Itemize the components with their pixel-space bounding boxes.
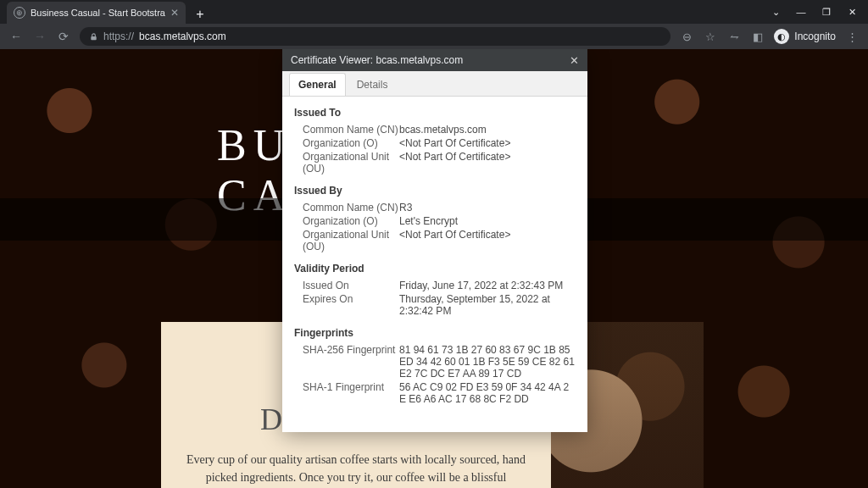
maximize-button[interactable]: ❐ xyxy=(815,3,837,20)
field-value: 56 AC C9 02 FD E3 59 0F 34 42 4A 2E E6 A… xyxy=(399,381,576,405)
cert-tabs: General Details xyxy=(282,71,587,97)
browser-window: ⊕ Business Casual - Start Bootstra ✕ + ⌄… xyxy=(0,0,868,488)
card-body: Every cup of our quality artisan coffee … xyxy=(185,451,527,488)
field-label: Issued On xyxy=(294,280,399,291)
close-window-button[interactable]: ✕ xyxy=(841,3,863,20)
field-value: Thursday, September 15, 2022 at 2:32:42 … xyxy=(399,293,576,317)
section-fingerprints: Fingerprints SHA-256 Fingerprint81 94 61… xyxy=(294,327,576,405)
address-bar[interactable]: https://bcas.metalvps.com xyxy=(80,27,670,46)
section-header: Validity Period xyxy=(294,263,576,274)
section-issued-by: Issued By Common Name (CN)R3 Organizatio… xyxy=(294,185,576,252)
panel-icon[interactable]: ◧ xyxy=(750,29,765,44)
browser-toolbar: ← → ⟳ https://bcas.metalvps.com ⊖ ☆ ⥊ ◧ … xyxy=(0,24,868,49)
section-issued-to: Issued To Common Name (CN)bcas.metalvps.… xyxy=(294,107,576,175)
cert-title: Certificate Viewer: bcas.metalvps.com xyxy=(291,54,463,66)
kebab-menu-icon[interactable]: ⋮ xyxy=(844,29,860,44)
field-value: Friday, June 17, 2022 at 2:32:43 PM xyxy=(399,280,576,291)
new-tab-button[interactable]: + xyxy=(191,5,209,24)
section-header: Issued To xyxy=(294,107,576,119)
field-label: Common Name (CN) xyxy=(294,202,399,214)
section-validity: Validity Period Issued OnFriday, June 17… xyxy=(294,263,576,317)
field-label: Common Name (CN) xyxy=(294,124,399,136)
field-label: Organizational Unit (OU) xyxy=(294,229,399,252)
chevron-down-icon[interactable]: ⌄ xyxy=(765,3,787,20)
minimize-button[interactable]: — xyxy=(790,3,812,20)
tab-strip: ⊕ Business Casual - Start Bootstra ✕ + ⌄… xyxy=(0,0,868,24)
field-label: Expires On xyxy=(294,293,399,317)
cert-body: Issued To Common Name (CN)bcas.metalvps.… xyxy=(282,97,587,432)
field-value: <Not Part Of Certificate> xyxy=(399,137,576,149)
back-button[interactable]: ← xyxy=(8,29,24,44)
field-label: Organization (O) xyxy=(294,215,399,227)
field-value: <Not Part Of Certificate> xyxy=(399,229,576,252)
tab-general[interactable]: General xyxy=(289,73,346,96)
field-value: R3 xyxy=(399,202,576,214)
certificate-viewer: Certificate Viewer: bcas.metalvps.com ✕ … xyxy=(282,49,587,432)
field-label: SHA-256 Fingerprint xyxy=(294,344,399,380)
reload-button[interactable]: ⟳ xyxy=(56,29,71,44)
close-icon[interactable]: ✕ xyxy=(570,54,579,67)
tab-details[interactable]: Details xyxy=(348,73,398,96)
field-label: Organizational Unit (OU) xyxy=(294,151,399,175)
field-value: <Not Part Of Certificate> xyxy=(399,151,576,175)
forward-button[interactable]: → xyxy=(32,29,47,44)
incognito-icon: ◐ xyxy=(774,29,789,44)
url-host: bcas.metalvps.com xyxy=(139,30,226,42)
browser-tab[interactable]: ⊕ Business Casual - Start Bootstra ✕ xyxy=(7,2,186,24)
page-viewport: BUSINESS CASUAL FRESH COFFEE WORTH DRINK… xyxy=(0,49,868,488)
globe-icon: ⊕ xyxy=(14,7,25,19)
url-scheme: https:// xyxy=(103,30,134,42)
section-header: Issued By xyxy=(294,185,576,197)
field-value: bcas.metalvps.com xyxy=(399,124,576,136)
field-value: 81 94 61 73 1B 27 60 83 67 9C 1B 85 ED 3… xyxy=(399,344,576,380)
bookmark-icon[interactable]: ☆ xyxy=(703,29,718,44)
zoom-icon[interactable]: ⊖ xyxy=(679,29,694,44)
incognito-indicator: ◐ Incognito xyxy=(774,29,836,44)
field-value: Let's Encrypt xyxy=(399,215,576,227)
tab-title: Business Casual - Start Bootstra xyxy=(31,8,165,18)
close-icon[interactable]: ✕ xyxy=(170,7,179,19)
section-header: Fingerprints xyxy=(294,327,576,339)
incognito-label: Incognito xyxy=(794,30,836,42)
cert-titlebar: Certificate Viewer: bcas.metalvps.com ✕ xyxy=(282,49,587,71)
svg-rect-0 xyxy=(91,36,96,40)
field-label: SHA-1 Fingerprint xyxy=(294,381,399,405)
field-label: Organization (O) xyxy=(294,137,399,149)
window-controls: ⌄ — ❐ ✕ xyxy=(765,3,863,20)
lock-icon[interactable] xyxy=(88,31,98,42)
extensions-icon[interactable]: ⥊ xyxy=(726,29,742,44)
